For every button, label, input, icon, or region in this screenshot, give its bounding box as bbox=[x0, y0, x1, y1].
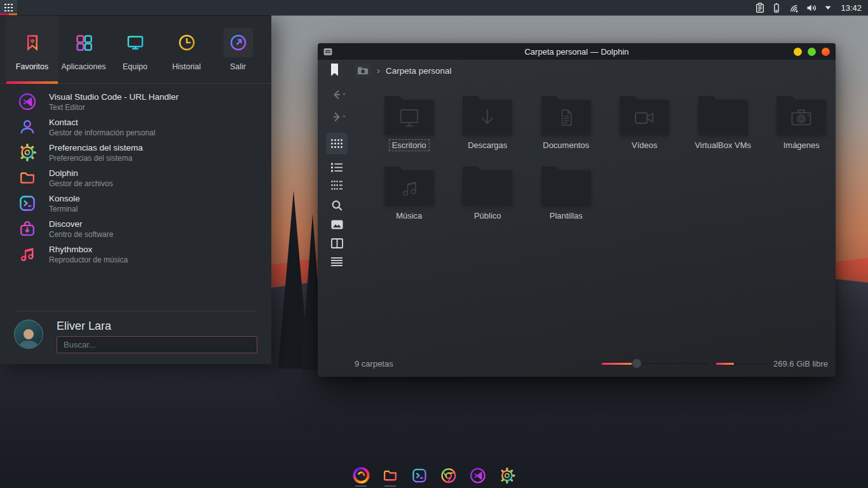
dock-chrome[interactable] bbox=[440, 467, 458, 487]
icons-view-button[interactable] bbox=[326, 133, 348, 154]
maximize-button[interactable] bbox=[808, 48, 816, 56]
details-view-button[interactable] bbox=[331, 180, 342, 190]
home-folder-button[interactable] bbox=[355, 64, 371, 78]
application-launcher-panel: Favoritos Aplicaciones Equipo bbox=[0, 15, 271, 364]
tab-label: Salir bbox=[230, 62, 246, 71]
folder-descargas[interactable]: Descargas bbox=[449, 95, 527, 151]
app-item-discover[interactable]: Discover Centro de software bbox=[18, 219, 271, 238]
folder-label: Música bbox=[393, 210, 425, 222]
folder-documentos[interactable]: Documentos bbox=[527, 95, 606, 151]
back-button[interactable] bbox=[327, 89, 346, 100]
vscode-icon bbox=[470, 467, 487, 484]
tab-label: Favoritos bbox=[16, 62, 48, 71]
app-name: Kontact bbox=[49, 118, 155, 127]
folder-icon bbox=[620, 100, 669, 135]
compact-view-button[interactable] bbox=[331, 163, 342, 172]
folder-imagenes[interactable]: Imágenes bbox=[763, 95, 836, 151]
app-item-kontact[interactable]: Kontact Gestor de información personal bbox=[18, 118, 271, 137]
dolphin-window: Carpeta personal — Dolphin › Carpeta per… bbox=[318, 43, 836, 377]
zoom-slider-fill bbox=[602, 363, 632, 365]
zoom-slider-handle[interactable] bbox=[632, 358, 642, 369]
folder-icon bbox=[384, 100, 434, 135]
folder-videos[interactable]: Vídeos bbox=[606, 95, 684, 151]
close-button[interactable] bbox=[822, 48, 830, 56]
firefox-icon bbox=[353, 467, 369, 484]
folder-icon bbox=[776, 100, 826, 135]
forward-button[interactable] bbox=[327, 111, 346, 123]
tab-historial[interactable]: Historial bbox=[161, 15, 212, 83]
folder-label: Descargas bbox=[465, 139, 510, 151]
dock-system-settings[interactable] bbox=[499, 467, 516, 487]
dock-dolphin[interactable] bbox=[382, 467, 399, 487]
dolphin-titlebar[interactable]: Carpeta personal — Dolphin bbox=[318, 43, 836, 60]
app-desc: Preferencias del sistema bbox=[49, 154, 143, 163]
app-desc: Reproductor de música bbox=[49, 255, 128, 264]
folder-musica[interactable]: Música bbox=[370, 166, 449, 222]
folder-plantillas[interactable]: Plantillas bbox=[527, 166, 606, 222]
app-launcher-button[interactable] bbox=[0, 0, 17, 15]
app-desc: Gestor de información personal bbox=[49, 128, 155, 137]
search-input[interactable] bbox=[57, 336, 257, 353]
dock-konsole[interactable] bbox=[411, 467, 428, 487]
launcher-user-area: Eliver Lara bbox=[0, 311, 271, 364]
app-name: Visual Studio Code - URL Handler bbox=[49, 92, 179, 102]
search-button[interactable] bbox=[331, 200, 343, 212]
folder-escritorio[interactable]: Escritorio bbox=[370, 95, 449, 151]
download-glyph bbox=[476, 106, 499, 129]
tab-favoritos[interactable]: Favoritos bbox=[6, 15, 58, 83]
folder-icon bbox=[698, 100, 748, 135]
app-item-system-settings[interactable]: Preferencias del sistema Preferencias de… bbox=[18, 143, 271, 162]
battery-icon[interactable] bbox=[772, 3, 781, 13]
user-avatar-image bbox=[16, 327, 41, 348]
app-desc: Text Editor bbox=[49, 103, 179, 112]
app-grid-icon bbox=[4, 4, 13, 12]
dolphin-statusbar: 9 carpetas 269.6 GiB libre bbox=[318, 353, 836, 377]
dock-vscode[interactable] bbox=[470, 467, 487, 487]
clipboard-icon[interactable] bbox=[755, 3, 765, 13]
app-name: Konsole bbox=[49, 194, 80, 203]
chrome-icon bbox=[440, 467, 458, 484]
document-glyph bbox=[555, 106, 577, 129]
zoom-slider[interactable] bbox=[602, 358, 709, 369]
app-desc: Gestor de archivos bbox=[49, 179, 113, 188]
folder-label: Escritorio bbox=[389, 139, 430, 151]
minimize-button[interactable] bbox=[794, 48, 802, 56]
breadcrumb-location[interactable]: Carpeta personal bbox=[386, 66, 452, 76]
folder-icon bbox=[463, 170, 512, 206]
search-box bbox=[57, 336, 257, 353]
folder-label: Plantillas bbox=[546, 210, 586, 222]
folder-grid: Escritorio Descargas Documentos bbox=[370, 95, 836, 222]
video-camera-glyph bbox=[632, 107, 656, 128]
launcher-tabs: Favoritos Aplicaciones Equipo bbox=[0, 15, 271, 84]
tab-label: Historial bbox=[172, 62, 201, 71]
folder-publico[interactable]: Público bbox=[449, 166, 527, 222]
bookmark-icon[interactable] bbox=[330, 63, 339, 79]
free-space-label: 269.6 GiB libre bbox=[773, 359, 828, 369]
tab-equipo[interactable]: Equipo bbox=[109, 15, 161, 83]
system-tray: 13:42 bbox=[755, 3, 868, 13]
split-view-button[interactable] bbox=[331, 238, 343, 248]
tab-salir[interactable]: Salir bbox=[212, 15, 264, 83]
caret-down-icon[interactable] bbox=[824, 4, 832, 11]
menu-button[interactable] bbox=[331, 257, 342, 266]
app-item-dolphin[interactable]: Dolphin Gestor de archivos bbox=[18, 168, 271, 187]
network-signal-icon[interactable] bbox=[788, 3, 799, 13]
user-avatar[interactable] bbox=[14, 320, 43, 349]
app-item-rhythmbox[interactable]: Rhythmbox Reproductor de música bbox=[18, 245, 271, 264]
divider bbox=[15, 311, 256, 311]
folder-icon bbox=[541, 170, 591, 206]
volume-icon[interactable] bbox=[806, 3, 817, 13]
dock-firefox[interactable] bbox=[353, 467, 370, 487]
clock[interactable]: 13:42 bbox=[841, 3, 862, 13]
app-item-vscode[interactable]: Visual Studio Code - URL Handler Text Ed… bbox=[18, 92, 271, 111]
app-item-konsole[interactable]: Konsole Terminal bbox=[18, 194, 271, 213]
search-icon bbox=[331, 200, 343, 212]
folder-virtualbox-vms[interactable]: VirtualBox VMs bbox=[684, 95, 763, 151]
preview-button[interactable] bbox=[331, 220, 343, 229]
app-desc: Centro de software bbox=[49, 230, 113, 239]
tab-aplicaciones[interactable]: Aplicaciones bbox=[58, 15, 109, 83]
tab-label: Aplicaciones bbox=[61, 62, 105, 71]
dock bbox=[353, 467, 516, 487]
leave-arrow-icon bbox=[224, 28, 253, 57]
folder-icon bbox=[463, 100, 512, 135]
